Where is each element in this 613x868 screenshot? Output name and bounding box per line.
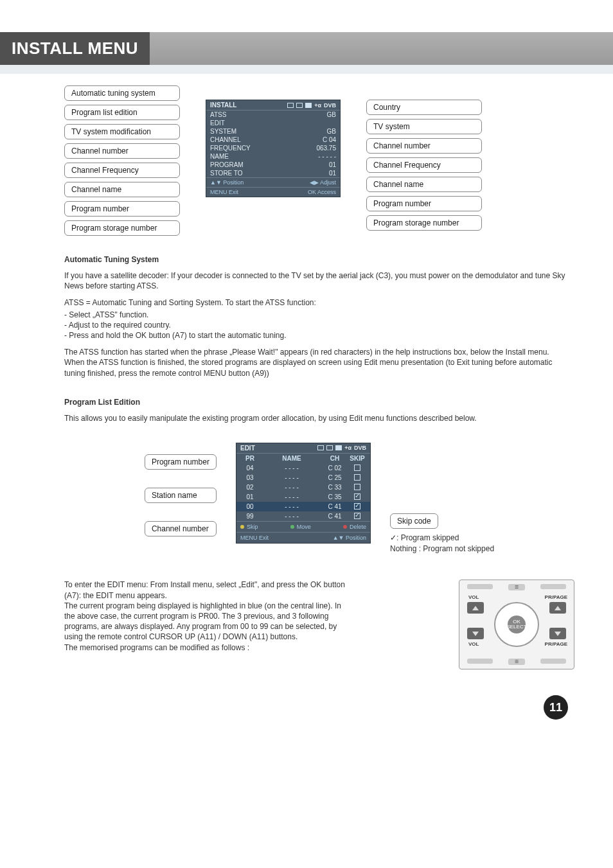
label-box: Country [366, 100, 482, 115]
cell: C 33 [324, 484, 346, 491]
cell: C 25 [324, 474, 346, 481]
label-box: TV system [366, 119, 482, 134]
remote-button [540, 659, 566, 664]
checkbox-icon [354, 513, 360, 519]
list-item: - Select „ATSS" function. [64, 310, 574, 320]
osd-hint: ▲▼ Position [333, 535, 366, 541]
cursor-ring: OK SELECT [494, 602, 539, 647]
edit-osd: EDIT +αDVB PR NAME CH SKIP 04- - - -C 02… [236, 443, 371, 544]
page-up-button [549, 602, 566, 614]
remote-button [540, 584, 566, 589]
cell: - - - - [262, 513, 321, 520]
label-box: Channel Frequency [64, 163, 180, 178]
cell: C 41 [324, 513, 346, 520]
install-osd: INSTALL +αDVB ATSSGB EDIT SYSTEMGB CHANN… [206, 100, 341, 197]
osd-hint: OK Access [308, 189, 336, 195]
osd-hint: Skip [240, 524, 258, 530]
ok-button: OK SELECT [508, 616, 526, 633]
osd-hint: Delete [343, 524, 366, 530]
osd-row-value: 063.75 [316, 145, 336, 152]
install-diagram: Automatic tuning system Program list edi… [64, 85, 574, 236]
label-box: Channel number [366, 138, 482, 154]
cell: 01 [240, 493, 260, 500]
remote-label: VOL [468, 641, 479, 647]
label-box: Program storage number [366, 215, 482, 231]
page-down-button [549, 628, 566, 639]
osd-row-value: GB [327, 111, 336, 118]
osd-hint: ◀▶ Adjust [310, 179, 336, 186]
osd-row-label: STORE TO [210, 170, 243, 177]
paragraph: If you have a satellite decoder: If your… [64, 270, 574, 291]
col-header: NAME [262, 455, 321, 462]
cell: - - - - [262, 465, 321, 472]
vol-down-button [467, 628, 484, 639]
page-number: 11 [544, 695, 568, 720]
cell: - - - - [262, 503, 321, 510]
page-number-badge: 11 [544, 695, 568, 720]
section-heading: Program List Edition [64, 398, 574, 407]
remote-button [467, 659, 493, 664]
col-header: PR [240, 455, 260, 462]
label-box: Program number [145, 454, 217, 470]
label-box: Channel number [145, 521, 217, 536]
cell: 02 [240, 484, 260, 491]
label-box: Channel name [64, 182, 180, 197]
label-box: TV system modification [64, 124, 180, 139]
list-item: - Press and hold the OK button (A7) to s… [64, 330, 574, 341]
osd-row-label: FREQUENCY [210, 145, 251, 152]
col-header: SKIP [348, 455, 366, 462]
osd-icons: +αDVB [317, 445, 366, 451]
paragraph: To enter the EDIT menu: From Install men… [64, 580, 350, 600]
paragraph: The current program being displayed is h… [64, 601, 350, 642]
osd-row-value: - - - - - [318, 153, 336, 160]
legend-text: ✓: Program skipped [390, 533, 494, 544]
checkbox-icon [354, 474, 360, 481]
osd-title: INSTALL [210, 102, 236, 109]
paragraph: ATSS = Automatic Tuning and Sorting Syst… [64, 297, 574, 308]
osd-row-label: CHANNEL [210, 136, 241, 143]
osd-hint: ▲▼ Position [210, 179, 244, 186]
paragraph: This allows you to easily manipulate the… [64, 413, 574, 423]
cell: 03 [240, 474, 260, 481]
osd-row-value: 01 [329, 170, 336, 177]
label-box: Channel Frequency [366, 157, 482, 173]
osd-row-label: SYSTEM [210, 128, 236, 135]
osd-row-value: 01 [329, 161, 336, 168]
label-box: Program number [366, 196, 482, 211]
remote-label: PR/PAGE [545, 641, 567, 647]
paragraph: The memorised programs can be modified a… [64, 642, 350, 653]
vol-up-button [467, 602, 484, 614]
checkbox-icon [354, 503, 360, 509]
cell: C 35 [324, 493, 346, 500]
remote-label: PR/PAGE [545, 594, 567, 600]
cell: 04 [240, 465, 260, 472]
edit-diagram: Program number Station name Channel numb… [64, 443, 574, 554]
cell: - - - - [262, 493, 321, 500]
remote-button: ☰ [508, 659, 525, 665]
section-heading: Automatic Tuning System [64, 255, 574, 264]
label-box: Channel number [64, 143, 180, 159]
osd-row-label: NAME [210, 153, 229, 160]
osd-hint: MENU Exit [240, 535, 269, 541]
osd-icons: +αDVB [287, 102, 336, 109]
label-box: Channel name [366, 177, 482, 192]
osd-title: EDIT [240, 445, 255, 452]
checkbox-icon [354, 484, 360, 490]
cell: C 02 [324, 465, 346, 472]
osd-hint: Move [290, 524, 311, 530]
label-box: Program number [64, 201, 180, 217]
osd-row-label: ATSS [210, 111, 226, 118]
osd-hint: MENU Exit [210, 189, 238, 195]
checkbox-icon [354, 465, 360, 471]
label-box: Skip code [390, 513, 438, 529]
cell: 00 [240, 503, 260, 510]
cell: C 41 [324, 503, 346, 510]
cell: - - - - [262, 484, 321, 491]
legend-text: Nothing : Program not skipped [390, 544, 494, 554]
list-item: - Adjust to the required country. [64, 320, 574, 330]
remote-illustration: ☰ VOL PR/PAGE OK SELECT VOL PR/PAGE ☰ [459, 580, 574, 669]
label-box: Program list edition [64, 105, 180, 120]
label-box: Automatic tuning system [64, 85, 180, 101]
paragraph: The ATSS function has started when the p… [64, 347, 574, 357]
osd-row-value: C 04 [323, 136, 336, 143]
